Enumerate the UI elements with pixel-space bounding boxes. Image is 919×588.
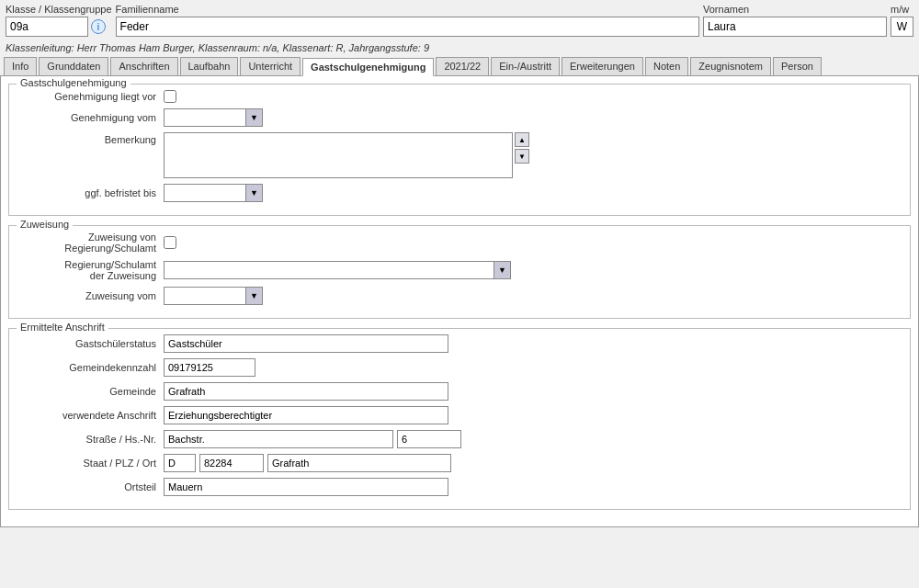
- bemerkung-textarea[interactable]: [164, 132, 513, 178]
- genehmigung-checkbox[interactable]: [164, 90, 176, 103]
- klassenleitung-bar: Klassenleitung: Herr Thomas Ham Burger, …: [0, 40, 919, 55]
- genehmigung-label: Genehmigung liegt vor: [17, 91, 164, 102]
- tab-grunddaten[interactable]: Grunddaten: [39, 57, 108, 75]
- hausnr-value: [397, 430, 461, 448]
- regierung-row: Regierung/Schulamtder Zuweisung ▼: [17, 259, 902, 281]
- gemeindekennzahl-value: [164, 358, 255, 377]
- verwendete-row: verwendete Anschrift: [17, 406, 902, 424]
- zuweisung-section: Zuweisung Zuweisung vonRegierung/Schulam…: [8, 225, 911, 319]
- vornamen-label: Vornamen: [703, 4, 887, 15]
- zuweisung-vom-input[interactable]: [164, 287, 246, 305]
- tab-zeugnisnotem[interactable]: Zeugnisnotem: [690, 57, 771, 75]
- bemerkung-label: Bemerkung: [17, 132, 164, 145]
- genehmigung-vom-input[interactable]: [164, 108, 246, 127]
- zuweisung-vom-row: Zuweisung vom ▼: [17, 287, 902, 305]
- plz-value: [199, 454, 264, 472]
- scroll-up-btn[interactable]: ▲: [515, 132, 529, 147]
- tab-laufbahn[interactable]: Laufbahn: [180, 57, 239, 75]
- gastschueler-row: Gastschülerstatus: [17, 334, 902, 353]
- tab-unterricht[interactable]: Unterricht: [240, 57, 301, 75]
- scroll-down-btn[interactable]: ▼: [515, 149, 529, 164]
- genehmigung-vom-dropdown[interactable]: ▼: [246, 108, 263, 127]
- gemeinde-label: Gemeinde: [17, 386, 164, 397]
- zuweisung-reg-row: Zuweisung vonRegierung/Schulamt: [17, 232, 902, 254]
- mw-label: m/w: [891, 4, 913, 15]
- tab-erweiterungen[interactable]: Erweiterungen: [562, 57, 643, 75]
- familien-input[interactable]: [116, 17, 699, 37]
- befristet-dropdown[interactable]: ▼: [246, 184, 263, 202]
- tab-anschriften[interactable]: Anschriften: [110, 57, 177, 75]
- zuweisung-checkbox[interactable]: [164, 236, 176, 249]
- bemerkung-row: Bemerkung ▲ ▼: [17, 132, 902, 178]
- zuweisung-reg-label: Zuweisung vonRegierung/Schulamt: [17, 232, 164, 254]
- befristet-label: ggf. befristet bis: [17, 187, 164, 198]
- regierung-dropdown[interactable]: ▼: [494, 261, 511, 279]
- zuweisung-vom-dropdown[interactable]: ▼: [246, 287, 263, 305]
- gemeinde-row: Gemeinde: [17, 382, 902, 401]
- anschrift-section: Ermittelte Anschrift Gastschülerstatus G…: [8, 328, 911, 510]
- regierung-input[interactable]: [164, 261, 494, 279]
- gastschueler-label: Gastschülerstatus: [17, 338, 164, 349]
- staat-row: Staat / PLZ / Ort: [17, 454, 902, 472]
- familien-label: Familienname: [116, 4, 699, 15]
- genehmigung-row: Genehmigung liegt vor: [17, 90, 902, 103]
- gastschul-section-title: Gastschulgenehmigung: [17, 77, 130, 88]
- befristet-input[interactable]: [164, 184, 246, 202]
- ort-value: [267, 454, 451, 472]
- info-icon[interactable]: i: [91, 19, 106, 34]
- ortsteil-row: Ortsteil: [17, 478, 902, 496]
- verwendete-label: verwendete Anschrift: [17, 410, 164, 421]
- regierung-label: Regierung/Schulamtder Zuweisung: [17, 259, 164, 281]
- vornamen-input[interactable]: [703, 17, 887, 37]
- klasse-label: Klasse / Klassengruppe: [6, 4, 112, 15]
- zuweisung-vom-label: Zuweisung vom: [17, 290, 164, 301]
- tab-gastschulgenehmigung[interactable]: Gastschulgenehmigung: [302, 58, 434, 76]
- gemeinde-value: [164, 382, 448, 401]
- verwendete-value: [164, 406, 448, 424]
- ortsteil-label: Ortsteil: [17, 481, 164, 492]
- genehmigung-vom-label: Genehmigung vom: [17, 112, 164, 123]
- strasse-value: [164, 430, 393, 448]
- gemeindekennzahl-label: Gemeindekennzahl: [17, 362, 164, 373]
- zuweisung-section-title: Zuweisung: [17, 219, 73, 230]
- genehmigung-vom-row: Genehmigung vom ▼: [17, 108, 902, 127]
- tab-2021-22[interactable]: 2021/22: [436, 57, 489, 75]
- tab-person[interactable]: Person: [773, 57, 822, 75]
- klasse-input[interactable]: [6, 17, 88, 37]
- tab-ein-austritt[interactable]: Ein-/Austritt: [491, 57, 560, 75]
- anschrift-section-title: Ermittelte Anschrift: [17, 322, 108, 333]
- tabs-bar: Info Grunddaten Anschriften Laufbahn Unt…: [0, 55, 919, 76]
- staat-value: [164, 454, 196, 472]
- main-content: Gastschulgenehmigung Genehmigung liegt v…: [0, 76, 919, 527]
- staat-label: Staat / PLZ / Ort: [17, 458, 164, 469]
- gastschulgenehmigung-section: Gastschulgenehmigung Genehmigung liegt v…: [8, 84, 911, 216]
- top-bar: Klasse / Klassengruppe i Familienname Vo…: [0, 0, 919, 55]
- mw-input[interactable]: [891, 17, 913, 37]
- ortsteil-value: [164, 478, 448, 496]
- gastschueler-value: [164, 334, 448, 353]
- gemeindekennzahl-row: Gemeindekennzahl: [17, 358, 902, 377]
- strasse-label: Straße / Hs.-Nr.: [17, 434, 164, 445]
- tab-noten[interactable]: Noten: [645, 57, 688, 75]
- tab-info[interactable]: Info: [4, 57, 37, 75]
- befristet-row: ggf. befristet bis ▼: [17, 184, 902, 202]
- strasse-row: Straße / Hs.-Nr.: [17, 430, 902, 448]
